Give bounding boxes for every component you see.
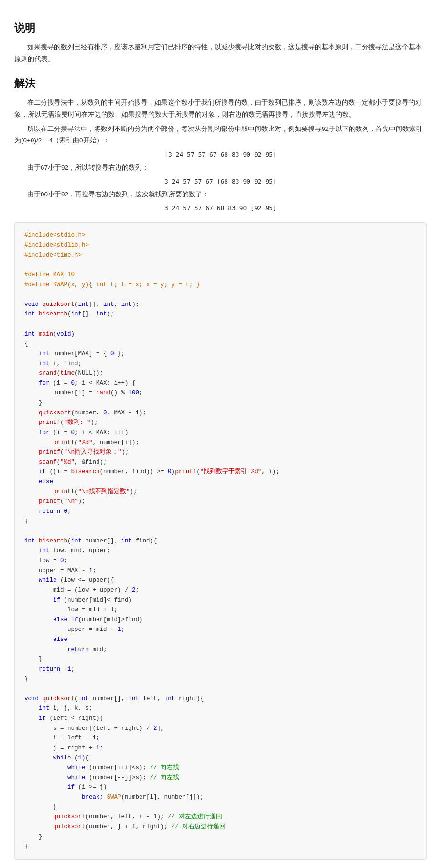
section2-paragraph2: 所以在二分搜寻法中，将数列不断的分为两个部份，每次从分割的部份中取中间数比对，例… [14,123,427,147]
array-note-2: 由于90小于92，再搜寻右边的数列，这次就找到所要的数了： [14,189,427,200]
section1-title: 说明 [14,19,427,37]
array-display-3: 3 24 57 57 67 68 83 90 [92 95] [14,203,427,214]
array-note-1: 由于67小于92，所以转搜寻右边的数列： [14,162,427,174]
code-block: #include<stdio.h> #include<stdlib.h> #in… [14,222,427,859]
array-display-2: 3 24 57 57 67 [68 83 90 92 95] [14,176,427,187]
section2-title: 解法 [14,75,427,92]
section1-paragraph: 如果搜寻的数列已经有排序，应该尽量利用它们已排序的特性，以减少搜寻比对的次数，这… [14,42,427,65]
section2-paragraph1: 在二分搜寻法中，从数列的中间开始搜寻，如果这个数小于我们所搜寻的数，由于数列已排… [14,97,427,120]
array-display-1: [3 24 57 57 67 68 83 90 92 95] [14,150,427,160]
